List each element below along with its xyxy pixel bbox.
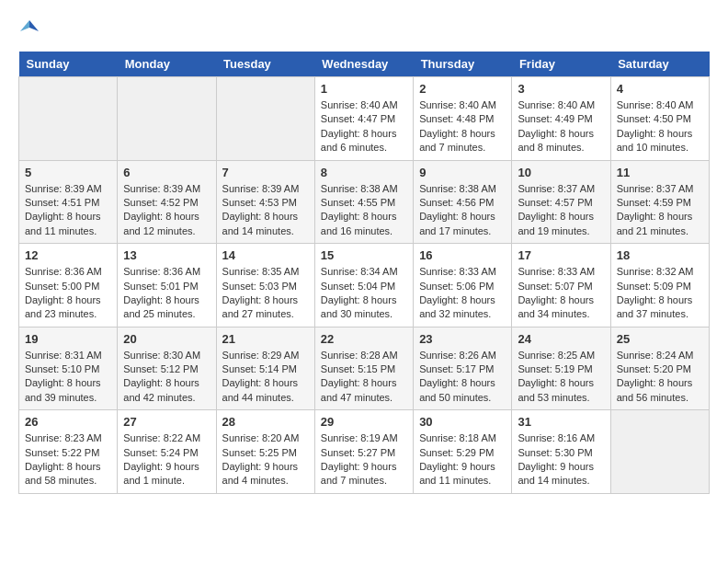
day-header-wednesday: Wednesday (314, 52, 413, 77)
day-number: 4 (617, 82, 703, 96)
calendar-cell: 5Sunrise: 8:39 AM Sunset: 4:51 PM Daylig… (19, 160, 118, 244)
calendar-cell: 15Sunrise: 8:34 AM Sunset: 5:04 PM Dayli… (314, 244, 413, 327)
calendar-cell: 13Sunrise: 8:36 AM Sunset: 5:01 PM Dayli… (118, 244, 216, 327)
calendar-cell: 27Sunrise: 8:22 AM Sunset: 5:24 PM Dayli… (118, 410, 216, 494)
week-row-3: 19Sunrise: 8:31 AM Sunset: 5:10 PM Dayli… (19, 327, 710, 410)
calendar-cell: 20Sunrise: 8:30 AM Sunset: 5:12 PM Dayli… (118, 327, 216, 410)
calendar-cell: 29Sunrise: 8:19 AM Sunset: 5:27 PM Dayli… (314, 410, 413, 494)
cell-content: Sunrise: 8:36 AM Sunset: 5:01 PM Dayligh… (123, 265, 210, 322)
calendar-cell: 23Sunrise: 8:26 AM Sunset: 5:17 PM Dayli… (414, 327, 512, 410)
cell-content: Sunrise: 8:39 AM Sunset: 4:52 PM Dayligh… (123, 182, 210, 239)
day-number: 21 (222, 332, 309, 346)
cell-content: Sunrise: 8:24 AM Sunset: 5:20 PM Dayligh… (617, 349, 703, 406)
day-number: 25 (617, 332, 703, 346)
cell-content: Sunrise: 8:31 AM Sunset: 5:10 PM Dayligh… (25, 349, 111, 406)
day-number: 3 (518, 82, 604, 96)
calendar-cell: 31Sunrise: 8:16 AM Sunset: 5:30 PM Dayli… (512, 410, 610, 494)
calendar-cell: 3Sunrise: 8:40 AM Sunset: 4:49 PM Daylig… (512, 77, 610, 161)
calendar-cell: 22Sunrise: 8:28 AM Sunset: 5:15 PM Dayli… (314, 327, 413, 410)
cell-content: Sunrise: 8:39 AM Sunset: 4:53 PM Dayligh… (222, 182, 309, 239)
calendar-cell: 7Sunrise: 8:39 AM Sunset: 4:53 PM Daylig… (216, 160, 314, 244)
cell-content: Sunrise: 8:40 AM Sunset: 4:50 PM Dayligh… (617, 98, 703, 155)
calendar-cell: 25Sunrise: 8:24 AM Sunset: 5:20 PM Dayli… (610, 327, 709, 410)
day-headers-row: SundayMondayTuesdayWednesdayThursdayFrid… (19, 52, 710, 77)
day-number: 17 (518, 248, 604, 262)
calendar-cell (118, 77, 216, 161)
day-number: 2 (419, 82, 506, 96)
day-header-sunday: Sunday (19, 52, 118, 77)
cell-content: Sunrise: 8:35 AM Sunset: 5:03 PM Dayligh… (222, 265, 309, 322)
calendar-cell: 11Sunrise: 8:37 AM Sunset: 4:59 PM Dayli… (610, 160, 709, 244)
cell-content: Sunrise: 8:32 AM Sunset: 5:09 PM Dayligh… (617, 265, 703, 322)
day-number: 11 (617, 166, 703, 179)
calendar-cell: 24Sunrise: 8:25 AM Sunset: 5:19 PM Dayli… (512, 327, 610, 410)
calendar-cell: 28Sunrise: 8:20 AM Sunset: 5:25 PM Dayli… (216, 410, 314, 494)
calendar-cell: 10Sunrise: 8:37 AM Sunset: 4:57 PM Dayli… (512, 160, 610, 244)
day-number: 29 (321, 415, 407, 429)
cell-content: Sunrise: 8:16 AM Sunset: 5:30 PM Dayligh… (518, 431, 604, 488)
logo-bird-icon (20, 18, 39, 37)
calendar-cell (610, 410, 709, 494)
cell-content: Sunrise: 8:33 AM Sunset: 5:07 PM Dayligh… (518, 265, 604, 322)
calendar-cell: 1Sunrise: 8:40 AM Sunset: 4:47 PM Daylig… (314, 77, 413, 161)
day-number: 24 (518, 332, 604, 346)
day-number: 6 (123, 166, 210, 179)
day-number: 8 (321, 166, 407, 179)
week-row-2: 12Sunrise: 8:36 AM Sunset: 5:00 PM Dayli… (19, 244, 710, 327)
day-number: 12 (25, 248, 111, 262)
day-number: 1 (321, 82, 407, 96)
cell-content: Sunrise: 8:23 AM Sunset: 5:22 PM Dayligh… (25, 431, 111, 488)
day-number: 10 (518, 166, 604, 179)
calendar-table: SundayMondayTuesdayWednesdayThursdayFrid… (18, 52, 710, 494)
day-number: 7 (222, 166, 309, 179)
calendar-cell: 18Sunrise: 8:32 AM Sunset: 5:09 PM Dayli… (610, 244, 709, 327)
svg-marker-0 (29, 20, 39, 31)
calendar-cell: 19Sunrise: 8:31 AM Sunset: 5:10 PM Dayli… (19, 327, 118, 410)
cell-content: Sunrise: 8:36 AM Sunset: 5:00 PM Dayligh… (25, 265, 111, 322)
calendar-cell: 6Sunrise: 8:39 AM Sunset: 4:52 PM Daylig… (118, 160, 216, 244)
calendar-cell: 30Sunrise: 8:18 AM Sunset: 5:29 PM Dayli… (414, 410, 512, 494)
cell-content: Sunrise: 8:28 AM Sunset: 5:15 PM Dayligh… (321, 349, 407, 406)
calendar-cell (19, 77, 118, 161)
day-number: 15 (321, 248, 407, 262)
cell-content: Sunrise: 8:37 AM Sunset: 4:57 PM Dayligh… (518, 182, 604, 239)
page-header (18, 18, 710, 37)
logo (18, 18, 39, 37)
day-number: 30 (419, 415, 506, 429)
cell-content: Sunrise: 8:19 AM Sunset: 5:27 PM Dayligh… (321, 431, 407, 488)
calendar-cell: 21Sunrise: 8:29 AM Sunset: 5:14 PM Dayli… (216, 327, 314, 410)
day-number: 27 (123, 415, 210, 429)
cell-content: Sunrise: 8:26 AM Sunset: 5:17 PM Dayligh… (419, 349, 506, 406)
day-number: 9 (419, 166, 506, 179)
day-number: 16 (419, 248, 506, 262)
calendar-cell: 9Sunrise: 8:38 AM Sunset: 4:56 PM Daylig… (414, 160, 512, 244)
cell-content: Sunrise: 8:30 AM Sunset: 5:12 PM Dayligh… (123, 349, 210, 406)
day-number: 23 (419, 332, 506, 346)
calendar-cell (216, 77, 314, 161)
cell-content: Sunrise: 8:40 AM Sunset: 4:49 PM Dayligh… (518, 98, 604, 155)
day-number: 31 (518, 415, 604, 429)
day-number: 19 (25, 332, 111, 346)
day-number: 22 (321, 332, 407, 346)
cell-content: Sunrise: 8:20 AM Sunset: 5:25 PM Dayligh… (222, 431, 309, 488)
day-header-monday: Monday (118, 52, 216, 77)
calendar-cell: 2Sunrise: 8:40 AM Sunset: 4:48 PM Daylig… (414, 77, 512, 161)
cell-content: Sunrise: 8:38 AM Sunset: 4:56 PM Dayligh… (419, 182, 506, 239)
calendar-cell: 12Sunrise: 8:36 AM Sunset: 5:00 PM Dayli… (19, 244, 118, 327)
day-header-friday: Friday (512, 52, 610, 77)
day-number: 18 (617, 248, 703, 262)
calendar-cell: 4Sunrise: 8:40 AM Sunset: 4:50 PM Daylig… (610, 77, 709, 161)
cell-content: Sunrise: 8:38 AM Sunset: 4:55 PM Dayligh… (321, 182, 407, 239)
cell-content: Sunrise: 8:40 AM Sunset: 4:47 PM Dayligh… (321, 98, 407, 155)
cell-content: Sunrise: 8:22 AM Sunset: 5:24 PM Dayligh… (123, 431, 210, 488)
calendar-cell: 8Sunrise: 8:38 AM Sunset: 4:55 PM Daylig… (314, 160, 413, 244)
day-number: 14 (222, 248, 309, 262)
calendar-cell: 14Sunrise: 8:35 AM Sunset: 5:03 PM Dayli… (216, 244, 314, 327)
cell-content: Sunrise: 8:37 AM Sunset: 4:59 PM Dayligh… (617, 182, 703, 239)
cell-content: Sunrise: 8:34 AM Sunset: 5:04 PM Dayligh… (321, 265, 407, 322)
day-number: 13 (123, 248, 210, 262)
calendar-cell: 17Sunrise: 8:33 AM Sunset: 5:07 PM Dayli… (512, 244, 610, 327)
day-number: 28 (222, 415, 309, 429)
day-number: 5 (25, 166, 111, 179)
cell-content: Sunrise: 8:33 AM Sunset: 5:06 PM Dayligh… (419, 265, 506, 322)
